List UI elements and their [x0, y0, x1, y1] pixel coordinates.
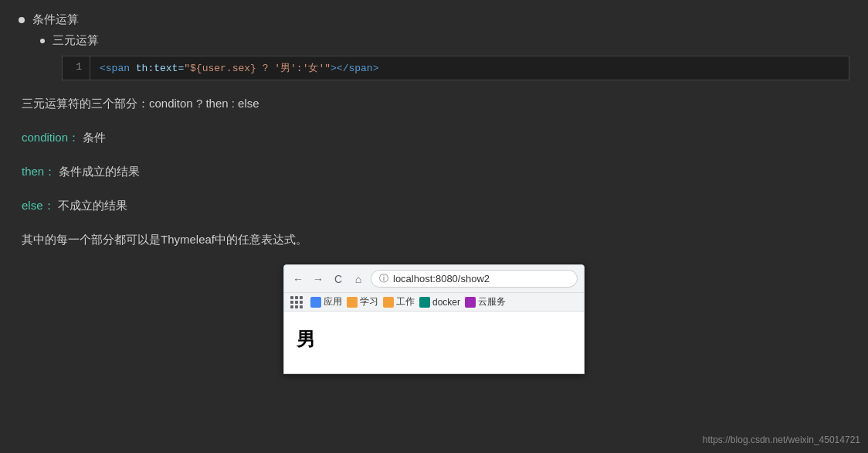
then-label: then： [22, 165, 56, 178]
favicon-yunfuwu [465, 297, 476, 308]
else-text: 不成立的结果 [58, 199, 127, 212]
sub-list: 三元运算 1 <span th:text="${user.sex} ? '男':… [40, 33, 849, 80]
then-text: 条件成立的结果 [59, 165, 140, 178]
favicon-yingyong [310, 297, 321, 308]
bookmark-yunfuwu[interactable]: 云服务 [465, 295, 506, 308]
main-bullet-item: 条件运算 [19, 12, 849, 27]
watermark-text: https://blog.csdn.net/weixin_45014721 [703, 434, 860, 445]
bookmark-docker[interactable]: docker [419, 297, 460, 308]
bookmark-label-xuexi: 学习 [360, 295, 378, 308]
code-open-tag: <span [100, 63, 130, 74]
sub-item-label: 三元运算 [53, 33, 99, 48]
bookmark-label-gongzuo: 工作 [396, 295, 415, 308]
note-line: 其中的每一个部分都可以是Thymeleaf中的任意表达式。 [22, 230, 849, 249]
back-button[interactable]: ← [290, 271, 306, 287]
browser-wrapper: ← → C ⌂ ⓘ localhost:8080/show2 应用 [19, 264, 849, 374]
address-bar[interactable]: ⓘ localhost:8080/show2 [371, 270, 578, 288]
line-number: 1 [63, 56, 90, 80]
main-item-label: 条件运算 [32, 12, 79, 27]
lock-icon: ⓘ [379, 272, 388, 285]
description-section: 三元运算符的三个部分：conditon ? then : else condit… [19, 94, 849, 249]
then-line: then：条件成立的结果 [22, 162, 849, 181]
sub-bullet-item: 三元运算 [40, 33, 849, 48]
bookmarks-bar: 应用 学习 工作 docker 云服务 [284, 293, 584, 312]
bookmark-gongzuo[interactable]: 工作 [383, 295, 415, 308]
bookmark-label-docker: docker [432, 297, 460, 308]
code-block: 1 <span th:text="${user.sex} ? '男':'女'">… [62, 56, 849, 80]
bookmark-label-yingyong: 应用 [324, 295, 342, 308]
browser-toolbar: ← → C ⌂ ⓘ localhost:8080/show2 [284, 265, 584, 293]
main-container: 条件运算 三元运算 1 <span th:text="${user.sex} ?… [0, 0, 868, 387]
else-line: else：不成立的结果 [22, 196, 849, 215]
home-button[interactable]: ⌂ [351, 271, 366, 287]
condition-text: 条件 [83, 131, 106, 144]
forward-button[interactable]: → [310, 271, 326, 287]
code-line-content: <span th:text="${user.sex} ? '男':'女'"></… [90, 56, 388, 80]
note-text: 其中的每一个部分都可以是Thymeleaf中的任意表达式。 [22, 233, 307, 246]
bullet-dot-main [19, 17, 25, 23]
favicon-gongzuo [383, 297, 394, 308]
reload-button[interactable]: C [331, 271, 346, 287]
else-label: else： [22, 199, 55, 212]
bookmark-label-yunfuwu: 云服务 [478, 295, 506, 308]
footer-watermark: https://blog.csdn.net/weixin_45014721 [703, 434, 860, 445]
code-close-tag: ></span> [331, 63, 378, 74]
page-content-text: 男 [297, 327, 571, 352]
code-attr-name: th:text= [130, 63, 184, 74]
browser-content: 男 [284, 312, 584, 373]
url-text: localhost:8080/show2 [393, 273, 490, 284]
browser-mockup: ← → C ⌂ ⓘ localhost:8080/show2 应用 [283, 264, 585, 374]
ternary-intro-line: 三元运算符的三个部分：conditon ? then : else [22, 94, 849, 113]
condition-label: condition： [22, 131, 80, 144]
favicon-docker [419, 297, 430, 308]
bullet-dot-sub [40, 39, 45, 43]
apps-grid-icon[interactable] [290, 296, 303, 308]
favicon-xuexi [347, 297, 358, 308]
code-attr-value: "${user.sex} ? '男':'女'" [184, 63, 331, 74]
bookmark-yingyong[interactable]: 应用 [310, 295, 342, 308]
ternary-intro-text: 三元运算符的三个部分：conditon ? then : else [22, 97, 259, 110]
condition-line: condition：条件 [22, 128, 849, 147]
bookmark-xuexi[interactable]: 学习 [347, 295, 378, 308]
